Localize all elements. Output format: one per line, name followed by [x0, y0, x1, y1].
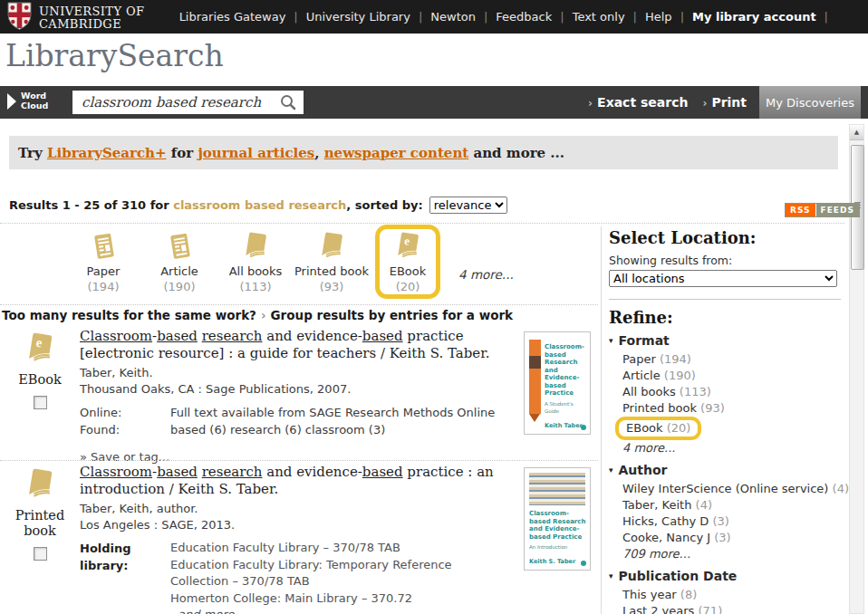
facet-all-books[interactable]: All books (113): [217, 229, 294, 293]
nav-newton[interactable]: Newton: [430, 10, 476, 24]
search-result-1: e EBook Classroom-based research and evi…: [0, 328, 598, 464]
refine-item-this-year[interactable]: This year (8): [622, 587, 843, 603]
found-terms-row: Found: based (6) research (6) classroom …: [80, 421, 513, 438]
facet-more-link[interactable]: 4 more...: [458, 267, 514, 293]
exact-search-button[interactable]: ›Exact search: [588, 95, 688, 110]
printed-book-icon: [23, 467, 57, 505]
cover-pencil-art: [529, 340, 541, 414]
refine-item-all-books[interactable]: All books (113): [622, 384, 843, 400]
refine-item-cooke-nancy-j[interactable]: Cooke, Nancy J (3): [622, 530, 843, 546]
facet-label: Article: [160, 264, 198, 278]
librarysearch-plus-link[interactable]: LibrarySearch+: [47, 145, 167, 161]
select-record-checkbox[interactable]: [34, 396, 47, 409]
nav-separator: |: [633, 10, 637, 24]
sort-select[interactable]: relevance: [429, 197, 507, 214]
nav-separator: |: [680, 10, 684, 24]
refine-item-printed-book[interactable]: Printed book (93): [622, 400, 843, 417]
select-record-checkbox[interactable]: [34, 547, 47, 561]
refine-group-header-format[interactable]: ▾Format: [609, 333, 843, 349]
refine-item-count: (194): [660, 352, 691, 366]
group-results-hint: Too many results for the same work?›Grou…: [2, 308, 513, 322]
cover-text: Classroom-based Research and Evidence-ba…: [529, 510, 587, 565]
facet-count: (113): [240, 280, 272, 293]
journal-articles-link[interactable]: journal articles: [198, 145, 314, 161]
nav-separator: |: [294, 10, 297, 24]
facet-paper[interactable]: Paper (194): [65, 229, 141, 293]
my-discoveries-tab[interactable]: My Discoveries: [759, 86, 861, 119]
refine-group-header-author[interactable]: ▾Author: [609, 463, 843, 478]
facet-label: Paper: [87, 264, 121, 278]
nav-my-library-account[interactable]: My library account: [692, 10, 816, 24]
cambridge-logo[interactable]: UNIVERSITY OF CAMBRIDGE: [7, 2, 144, 34]
nav-text-only[interactable]: Text only: [573, 10, 625, 24]
book-cover-thumbnail[interactable]: Classroom-based Research and Evidence-ba…: [524, 467, 591, 571]
facet-count: (93): [320, 280, 344, 293]
search-query-echo: classroom based research: [173, 198, 346, 212]
select-location-heading: Select Location:: [609, 228, 843, 247]
refine-item-last-2-years[interactable]: Last 2 years (71): [622, 603, 843, 614]
refine-item-count: (3): [714, 531, 730, 544]
search-icon[interactable]: [279, 93, 297, 111]
refine-more-link[interactable]: 4 more...: [622, 440, 843, 456]
nav-university-library[interactable]: University Library: [306, 10, 410, 24]
result-details: Classroom-based research and evidence-ba…: [80, 464, 513, 614]
refine-item-taber-keith[interactable]: Taber, Keith (4): [622, 497, 843, 513]
page-title: LibrarySearch: [5, 38, 224, 73]
refine-item-count: (113): [680, 385, 711, 398]
chevron-icon: ›: [261, 308, 266, 322]
group-results-link[interactable]: Group results by entries for a work: [271, 308, 514, 322]
nav-libraries-gateway[interactable]: Libraries Gateway: [179, 10, 286, 24]
facet-article[interactable]: Article (190): [141, 229, 217, 293]
refine-item-hicks-cathy-d[interactable]: Hicks, Cathy D (3): [622, 513, 843, 530]
rss-label: RSS: [786, 204, 816, 216]
publisher-logo-icon: [581, 425, 586, 430]
save-or-tag-link[interactable]: » Save or tag...: [80, 450, 513, 464]
refine-groups: ▾FormatPaper (194)Article (190)All books…: [609, 333, 843, 614]
facet-label: All books: [229, 264, 283, 278]
print-button[interactable]: ›Print: [702, 95, 747, 110]
search-bar: Word Cloud ›Exact search ›Print: [0, 86, 868, 119]
rss-feeds-badge[interactable]: RSS FEEDS: [785, 203, 860, 217]
nav-separator: |: [560, 10, 564, 24]
ebook-icon: e: [392, 229, 423, 262]
cover-lecture-theatre-art: [529, 473, 585, 505]
scroll-up-arrow-icon[interactable]: ▲: [850, 125, 863, 140]
result-title-link[interactable]: Classroom-based research and evidence-ba…: [80, 464, 513, 498]
refine-item-wiley-interscience-online-service[interactable]: Wiley InterScience (Online service) (4): [622, 481, 843, 497]
result-title-link[interactable]: Classroom-based research and evidence-ba…: [80, 328, 513, 362]
facet-printed-book[interactable]: Printed book (93): [294, 229, 370, 293]
refine-group-format: ▾FormatPaper (194)Article (190)All books…: [609, 333, 843, 456]
refine-item-count: (4): [696, 498, 712, 512]
online-availability-link[interactable]: Full text available from SAGE Research M…: [170, 404, 513, 421]
refine-group-header-publication-date[interactable]: ▾Publication Date: [609, 569, 843, 584]
feeds-label: FEEDS: [816, 204, 859, 216]
refine-item-count: (8): [680, 588, 697, 601]
paper-icon: [164, 229, 195, 262]
publisher-logo-icon: [581, 561, 586, 566]
chevron-down-icon: ▾: [609, 333, 613, 349]
refine-item-ebook[interactable]: EBook (20): [622, 417, 843, 440]
location-select[interactable]: All locations: [609, 270, 837, 287]
result-author: Taber, Keith, author.: [80, 502, 513, 515]
refine-item-article[interactable]: Article (190): [622, 368, 843, 384]
highlight-annotation: EBook (20): [615, 417, 701, 440]
book-cover-thumbnail[interactable]: Classroom-based Research and Evidence-ba…: [524, 331, 591, 435]
search-input[interactable]: [80, 93, 279, 111]
format-label: EBook: [18, 372, 62, 388]
word-cloud-button[interactable]: Word Cloud: [7, 91, 52, 110]
search-result-2: Printed book Classroom-based research an…: [0, 464, 598, 614]
nav-help[interactable]: Help: [645, 10, 672, 24]
holding-library-entry: Education Faculty Library: Temporary Ref…: [170, 557, 513, 590]
nav-feedback[interactable]: Feedback: [496, 10, 552, 24]
holdings-more-link[interactable]: and more...: [178, 607, 513, 614]
facet-count: (190): [164, 280, 196, 293]
refine-more-link[interactable]: 709 more...: [622, 546, 843, 562]
vertical-scrollbar[interactable]: ▲: [849, 124, 864, 614]
refine-item-paper[interactable]: Paper (194): [622, 351, 843, 368]
chevron-down-icon: ▾: [609, 463, 613, 478]
holding-library-entry: Homerton College: Main Library – 370.72: [170, 590, 513, 608]
newspaper-content-link[interactable]: newspaper content: [324, 145, 469, 161]
facet-ebook[interactable]: e EBook (20): [370, 229, 446, 293]
ebook-icon: e: [23, 331, 57, 369]
banner-text: Try LibrarySearch+ for journal articles,…: [18, 145, 564, 161]
